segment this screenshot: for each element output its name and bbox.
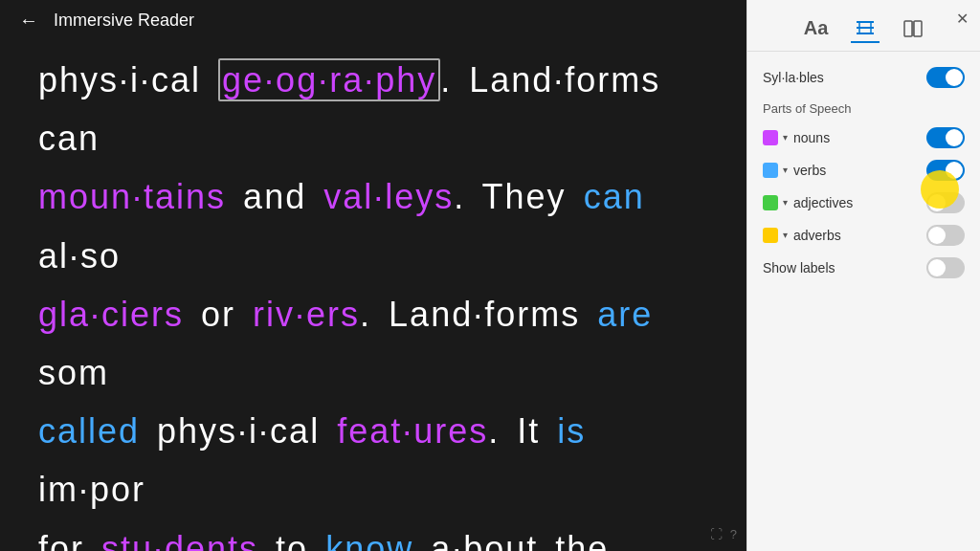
word: im·por xyxy=(38,470,145,509)
chevron-icon: ▾ xyxy=(783,230,788,240)
chevron-icon: ▾ xyxy=(783,197,788,208)
text-line-5: for stu·dents to know a·bout the phys·i xyxy=(38,519,708,552)
adjectives-label: adjectives xyxy=(793,195,926,210)
word: and xyxy=(243,177,323,216)
word: . They xyxy=(454,177,583,216)
show-labels-toggle[interactable] xyxy=(926,257,965,278)
adverbs-label: adverbs xyxy=(793,228,926,243)
top-bar: ← Immersive Reader xyxy=(0,0,746,41)
word: know xyxy=(325,529,431,552)
chevron-icon: ▾ xyxy=(783,165,788,175)
syllables-row: Syl·la·bles xyxy=(763,67,965,88)
show-labels-label: Show labels xyxy=(763,260,835,276)
help-button[interactable]: ? xyxy=(730,527,737,541)
svg-rect-7 xyxy=(904,21,912,36)
syllables-toggle[interactable] xyxy=(926,67,965,88)
adjectives-color-swatch: ▾ xyxy=(763,195,778,210)
word: . It xyxy=(488,411,557,451)
chevron-icon: ▾ xyxy=(783,132,788,143)
page-title: Immersive Reader xyxy=(54,11,194,31)
word: called xyxy=(38,411,157,451)
expand-button[interactable]: ⛶ xyxy=(710,527,723,541)
parts-of-speech-title: Parts of Speech xyxy=(763,101,965,116)
back-button[interactable]: ← xyxy=(19,10,38,32)
verbs-label: verbs xyxy=(793,163,926,178)
adverbs-color-swatch: ▾ xyxy=(763,228,778,243)
word: val·leys xyxy=(323,177,454,216)
word: phys·i·cal xyxy=(157,411,337,451)
text-line-4: called phys·i·cal feat·ures. It is im·po… xyxy=(38,402,708,518)
tab-text-spacing[interactable] xyxy=(851,13,880,43)
verbs-toggle[interactable] xyxy=(926,160,965,181)
text-line-2: moun·tains and val·leys. They can al·so xyxy=(38,167,708,284)
text-content: phys·i·cal ge·og·ra·phy. Land·forms can … xyxy=(0,41,746,551)
corner-controls: ⛶ ? xyxy=(710,527,737,541)
adjectives-toggle[interactable] xyxy=(926,192,965,213)
text-line-1: phys·i·cal ge·og·ra·phy. Land·forms can xyxy=(38,51,708,167)
svg-rect-8 xyxy=(914,21,922,36)
word: phys·i·cal xyxy=(38,60,218,99)
nouns-label: nouns xyxy=(793,130,926,145)
word: . Land·forms xyxy=(360,295,597,334)
word: to xyxy=(276,529,325,552)
word: stu·dents xyxy=(101,529,276,552)
tab-book[interactable] xyxy=(899,13,927,43)
word: riv·ers xyxy=(253,295,360,334)
word: for xyxy=(38,529,101,552)
word: or xyxy=(201,295,253,334)
show-labels-row: Show labels xyxy=(763,257,965,278)
nouns-color-swatch: ▾ xyxy=(763,130,778,145)
word: is xyxy=(557,411,586,451)
word: can xyxy=(584,177,645,216)
tab-text-size[interactable]: Aa xyxy=(800,13,833,43)
syllables-label: Syl·la·bles xyxy=(763,70,824,85)
right-panel: ✕ Aa Syl·la·bles xyxy=(746,0,980,551)
panel-close-button[interactable]: ✕ xyxy=(956,10,969,28)
verbs-color-swatch: ▾ xyxy=(763,163,778,178)
panel-tabs: Aa xyxy=(747,0,980,52)
word: gla·ciers xyxy=(38,295,201,334)
word: feat·ures xyxy=(337,411,488,451)
word: are xyxy=(597,295,653,334)
pos-row-adverbs: ▾ adverbs xyxy=(763,225,965,246)
word: al·so xyxy=(38,236,121,276)
pos-row-nouns: ▾ nouns xyxy=(763,127,965,148)
pos-row-adjectives: ▾ adjectives xyxy=(763,192,965,213)
word-geography: ge·og·ra·phy xyxy=(218,58,440,101)
reading-area: ← Immersive Reader phys·i·cal ge·og·ra·p… xyxy=(0,0,746,551)
panel-content: Syl·la·bles Parts of Speech ▾ nouns ▾ xyxy=(747,52,980,551)
adverbs-toggle[interactable] xyxy=(926,225,965,246)
text-line-3: gla·ciers or riv·ers. Land·forms are som xyxy=(38,285,708,402)
word: moun·tains xyxy=(38,177,243,216)
word: som xyxy=(38,353,109,392)
pos-row-verbs: ▾ verbs xyxy=(763,160,965,181)
text-size-icon: Aa xyxy=(804,17,829,39)
nouns-toggle[interactable] xyxy=(926,127,965,148)
